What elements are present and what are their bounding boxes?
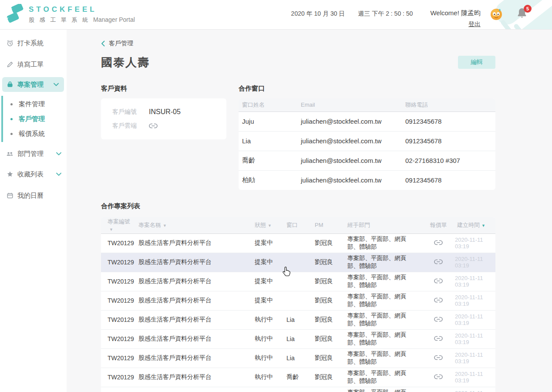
brand-logo-block[interactable]: STOCKFEEL 股 感 工 單 系 統 Manager Portal [6, 4, 135, 26]
quote-link-icon[interactable] [434, 355, 443, 360]
sidebar-item-label: 我的日曆 [17, 192, 44, 200]
projects-section: 合作專案列表 專案編號▼ 專案名稱▼ 狀態▼ 窗口 PM 經手部門 報價單 [101, 202, 495, 392]
sidebar-item-my-calendar[interactable]: 我的日曆 [0, 188, 67, 203]
top-header: STOCKFEEL 股 感 工 單 系 統 Manager Portal 202… [0, 0, 552, 30]
contact-email: juliachen@stockfeel.com.tw [297, 112, 402, 131]
user-avatar-emoji[interactable] [489, 7, 503, 21]
sidebar-item-label: 收藏列表 [17, 170, 44, 179]
project-pm: 劉冠良 [311, 387, 344, 392]
project-departments: 專案部、平面部、網頁部、體驗部 [344, 348, 425, 368]
contacts-heading: 合作窗口 [239, 84, 495, 93]
contact-row[interactable]: Lia juliachen@stockfeel.com.tw 091234567… [239, 131, 495, 151]
project-name: 股感生活客戶資料分析平台 [135, 348, 251, 368]
quote-link-icon[interactable] [434, 240, 443, 245]
quote-link-icon[interactable] [434, 297, 443, 303]
welcome-user-text: Welcome! 陳孟昀 [430, 9, 481, 17]
sidebar-item-fill-form[interactable]: 填寫工單 [0, 57, 67, 72]
column-header-sortable[interactable]: 建立時間▼ [451, 217, 495, 233]
sidebar-subitem-case-management[interactable]: 案件管理 [3, 97, 67, 112]
project-row[interactable]: TW20129 股感生活客戶資料分析平台 提案中 劉冠良 專案部、平面部、網頁部… [101, 291, 495, 310]
project-id: TW20129 [101, 233, 135, 253]
quote-link-icon[interactable] [434, 374, 443, 379]
sidebar-item-label: 填寫工單 [17, 61, 44, 69]
project-row-hovered[interactable]: TW20129 股感生活客戶資料分析平台 提案中 劉冠良 專案部、平面部、網頁部… [101, 253, 495, 272]
chevron-down-icon [56, 172, 61, 176]
users-icon [6, 150, 13, 157]
sidebar-item-project-management[interactable]: 專案管理 [2, 77, 64, 92]
quote-link-icon[interactable] [434, 278, 443, 284]
project-row-partial[interactable]: TW20129 股感生活客戶資料分析平台 執行中 喬齡 劉冠良 專案部、平面部、… [101, 387, 495, 392]
column-header: 報價單 [425, 217, 451, 233]
project-name: 股感生活客戶資料分析平台 [135, 310, 251, 329]
sidebar-subitem-client-management[interactable]: 客戶管理 [3, 112, 67, 126]
bullet-icon [10, 103, 13, 105]
project-pm: 劉冠良 [311, 368, 344, 387]
project-departments: 專案部、平面部、網頁部、體驗部 [344, 387, 425, 392]
project-row[interactable]: TW20129 股感生活客戶資料分析平台 執行中 Lia 劉冠良 專案部、平面部… [101, 310, 495, 329]
projects-heading: 合作專案列表 [101, 202, 495, 211]
sidebar-subitem-label: 報價系統 [19, 130, 45, 138]
column-header-sortable[interactable]: 狀態▼ [251, 217, 283, 233]
contact-row[interactable]: 柏勛 juliachen@stockfeel.com.tw 0912345678 [239, 170, 495, 190]
project-status: 執行中 [251, 368, 283, 387]
sidebar-subitem-label: 案件管理 [19, 100, 45, 108]
project-created: 2020-11-11 03:19 [451, 253, 495, 272]
project-name: 股感生活客戶資料分析平台 [135, 387, 251, 392]
quote-link-icon[interactable] [434, 259, 443, 264]
contact-email: juliachen@stockfeel.com.tw [297, 170, 402, 190]
project-pm: 劉冠良 [311, 272, 344, 291]
chevron-down-icon [54, 83, 59, 86]
sidebar-item-punch-clock[interactable]: 打卡系統 [0, 36, 67, 51]
sidebar-item-department-management[interactable]: 部門管理 [0, 146, 67, 161]
contacts-table: 窗口姓名 Email 聯絡電話 Juju juliachen@stockfeel… [239, 98, 495, 190]
project-id: TW20129 [101, 348, 135, 368]
project-row[interactable]: TW20129 股感生活客戶資料分析平台 執行中 Lia 劉冠良 專案部、平面部… [101, 348, 495, 368]
sidebar-item-favorites[interactable]: 收藏列表 [0, 167, 67, 182]
contact-row[interactable]: 喬齡 juliachen@stockfeel.com.tw 02-2716831… [239, 151, 495, 170]
project-created: 2020-11-11 03:19 [451, 329, 495, 348]
project-created: 2020-11-11 03:19 [451, 310, 495, 329]
bullet-icon [10, 133, 13, 135]
breadcrumb[interactable]: 客戶管理 [101, 39, 495, 48]
page-title: 國泰人壽 [101, 55, 150, 70]
project-name: 股感生活客戶資料分析平台 [135, 253, 251, 272]
logout-link[interactable]: 登出 [468, 20, 481, 28]
project-created: 2020-11-11 03:19 [451, 272, 495, 291]
project-name: 股感生活客戶資料分析平台 [135, 291, 251, 310]
project-row[interactable]: TW20129 股感生活客戶資料分析平台 執行中 Lia 劉冠良 專案部、平面部… [101, 329, 495, 348]
project-id: TW20129 [101, 253, 135, 272]
contact-phone: 02-27168310 #307 [402, 151, 495, 170]
project-id: TW20129 [101, 310, 135, 329]
project-name: 股感生活客戶資料分析平台 [135, 272, 251, 291]
project-window: Lia [283, 310, 311, 329]
sort-desc-icon-active: ▼ [481, 223, 485, 228]
project-row[interactable]: TW20129 股感生活客戶資料分析平台 提案中 劉冠良 專案部、平面部、網頁部… [101, 233, 495, 253]
sidebar-item-label: 打卡系統 [17, 39, 44, 47]
star-icon [6, 171, 13, 178]
project-status: 執行中 [251, 387, 283, 392]
chevron-left-icon [101, 41, 105, 47]
brand-name: STOCKFEEL [29, 5, 97, 14]
client-cloud-link[interactable] [149, 123, 158, 128]
column-header-sortable[interactable]: 專案名稱▼ [135, 217, 251, 233]
sidebar-item-label: 部門管理 [17, 150, 44, 158]
link-icon [149, 123, 158, 128]
column-header-sortable[interactable]: 專案編號▼ [101, 217, 135, 233]
quote-link-icon[interactable] [434, 336, 443, 341]
project-pm: 劉冠良 [311, 233, 344, 253]
project-row[interactable]: TW20129 股感生活客戶資料分析平台 提案中 劉冠良 專案部、平面部、網頁部… [101, 272, 495, 291]
edit-button[interactable]: 編輯 [458, 56, 495, 69]
contact-row[interactable]: Juju juliachen@stockfeel.com.tw 09123456… [239, 112, 495, 131]
notification-bell-button[interactable]: 5 [516, 7, 528, 20]
project-pm: 劉冠良 [311, 329, 344, 348]
sidebar-subitem-quote-system[interactable]: 報價系統 [3, 126, 67, 141]
project-row[interactable]: TW20129 股感生活客戶資料分析平台 執行中 喬齡 劉冠良 專案部、平面部、… [101, 368, 495, 387]
column-header: PM [311, 217, 344, 233]
contact-email: juliachen@stockfeel.com.tw [297, 131, 402, 151]
sort-desc-icon: ▼ [268, 223, 272, 228]
quote-link-icon[interactable] [434, 317, 443, 322]
project-id: TW20129 [101, 387, 135, 392]
project-departments: 專案部、平面部、網頁部、體驗部 [344, 368, 425, 387]
sidebar-nav: 打卡系統 填寫工單 專案管理 [0, 30, 67, 392]
project-departments: 專案部、平面部、網頁部、體驗部 [344, 329, 425, 348]
